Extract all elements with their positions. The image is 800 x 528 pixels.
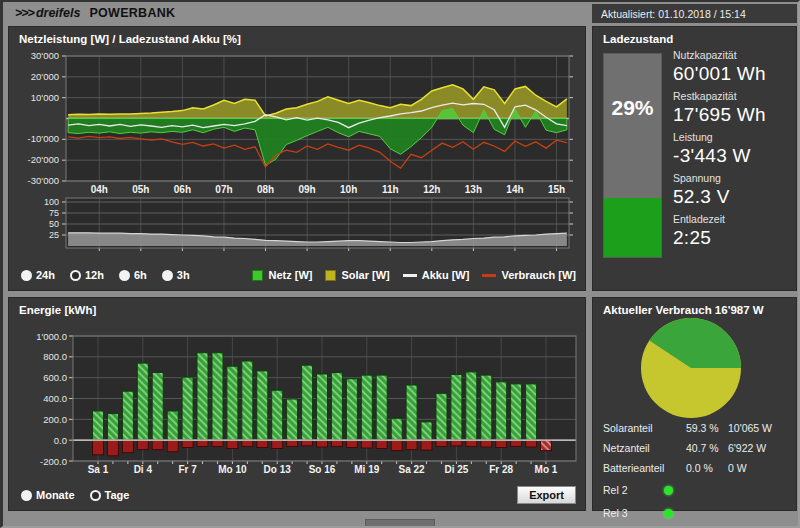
battery-stat-label: Nutzkapazität	[673, 49, 790, 62]
mode-option-monate[interactable]: Monate	[21, 489, 75, 501]
consumption-row: Solaranteil59.3 %10'065 W	[603, 418, 788, 438]
consumption-cpct: 40.7 %	[686, 438, 728, 458]
svg-text:Di 25: Di 25	[444, 464, 468, 475]
radio-label: 24h	[36, 269, 55, 281]
consumption-clabel: Netzanteil	[603, 438, 686, 458]
radio-icon[interactable]	[119, 270, 130, 281]
legend-label: Verbrauch [W]	[501, 269, 576, 281]
brand-chevrons-icon: >>>	[15, 6, 34, 20]
svg-text:06h: 06h	[174, 184, 191, 195]
svg-text:30'000: 30'000	[31, 50, 59, 61]
bottom-handle	[365, 519, 435, 528]
battery-gauge: 29%	[603, 53, 662, 258]
svg-text:Mo 1: Mo 1	[535, 464, 558, 475]
svg-text:50: 50	[49, 219, 59, 229]
radio-icon[interactable]	[162, 270, 173, 281]
battery-stat-label: Restkapazität	[673, 90, 790, 103]
legend-swatch-icon	[403, 274, 417, 277]
legend-item-netz: Netz [W]	[252, 269, 312, 281]
legend-item-verbrauch: Verbrauch [W]	[482, 269, 576, 281]
battery-stat: Restkapazität17'695 Wh	[673, 90, 790, 126]
battery-stats: Nutzkapazität60'001 WhRestkapazität17'69…	[673, 49, 790, 254]
consumption-cpct: 0.0 %	[686, 458, 728, 478]
svg-text:20'000: 20'000	[31, 71, 59, 82]
power-and-soc-chart: 04h05h06h07h08h09h10h11h12h13h14h15h30'0…	[9, 27, 587, 259]
svg-text:25: 25	[49, 230, 59, 240]
relay-label: Rel 2	[603, 484, 628, 496]
svg-text:600.0: 600.0	[43, 372, 67, 383]
svg-text:14h: 14h	[506, 184, 523, 195]
battery-stat-label: Entladezeit	[673, 213, 790, 226]
radio-label: 3h	[177, 269, 190, 281]
range-option-3h[interactable]: 3h	[162, 269, 190, 281]
radio-label: 12h	[85, 269, 104, 281]
radio-icon[interactable]	[70, 270, 81, 281]
relay-status-icon	[664, 486, 673, 495]
battery-stat-label: Leistung	[673, 131, 790, 144]
svg-text:200.0: 200.0	[43, 414, 67, 425]
svg-text:07h: 07h	[215, 184, 232, 195]
svg-text:10h: 10h	[340, 184, 357, 195]
svg-text:-30'000: -30'000	[28, 175, 59, 186]
consumption-row: Netzanteil40.7 %6'922 W	[603, 438, 788, 458]
svg-text:So 16: So 16	[309, 464, 336, 475]
energy-chart: 1'000.0800.0600.0400.0200.00.0-200.0Sa 1…	[9, 298, 587, 480]
radio-icon[interactable]	[21, 270, 32, 281]
export-button[interactable]: Export	[517, 486, 576, 504]
battery-stat-value: -3'443 W	[673, 144, 790, 167]
svg-text:08h: 08h	[257, 184, 274, 195]
radio-icon[interactable]	[21, 490, 32, 501]
svg-text:Do 13: Do 13	[264, 464, 292, 475]
consumption-cwatts: 10'065 W	[728, 418, 772, 438]
radio-icon[interactable]	[90, 490, 101, 501]
svg-text:15h: 15h	[548, 184, 565, 195]
updated-timestamp: Aktualisiert: 01.10.2018 / 15:14	[592, 4, 797, 23]
consumption-cpct: 59.3 %	[686, 418, 728, 438]
svg-text:Mi 19: Mi 19	[354, 464, 379, 475]
consumption-cwatts: 6'922 W	[728, 438, 766, 458]
relay-label: Rel 3	[603, 507, 628, 519]
legend-label: Netz [W]	[268, 269, 312, 281]
power-chart-legend: Netz [W]Solar [W]Akku [W]Verbrauch [W]	[252, 269, 576, 281]
consumption-panel: Aktueller Verbrauch 16'987 W Solaranteil…	[592, 297, 797, 511]
power-panel-footer: 24h12h6h3h Netz [W]Solar [W]Akku [W]Verb…	[21, 265, 576, 285]
svg-text:Fr 28: Fr 28	[489, 464, 513, 475]
legend-item-solar: Solar [W]	[325, 269, 389, 281]
energy-panel-footer: MonateTage Export	[21, 485, 576, 505]
brand-logo: >>>dreifelsPOWERBANK	[15, 6, 175, 20]
svg-text:Sa 22: Sa 22	[399, 464, 426, 475]
svg-text:75: 75	[49, 208, 59, 218]
energy-panel: Energie [kWh] 1'000.0800.0600.0400.0200.…	[8, 297, 586, 511]
svg-text:Di 4: Di 4	[134, 464, 153, 475]
mode-option-tage[interactable]: Tage	[90, 489, 130, 501]
relay-row-rel2: Rel 2	[603, 479, 788, 501]
legend-swatch-icon	[482, 274, 496, 277]
battery-stat: Entladezeit2:25	[673, 213, 790, 249]
mode-radio-group: MonateTage	[21, 489, 129, 501]
legend-swatch-icon	[325, 270, 336, 281]
brand-product: POWERBANK	[89, 6, 175, 20]
battery-stat: Nutzkapazität60'001 Wh	[673, 49, 790, 85]
svg-text:-20'000: -20'000	[28, 154, 59, 165]
battery-stat-value: 60'001 Wh	[673, 62, 790, 85]
consumption-panel-title: Aktueller Verbrauch 16'987 W	[603, 304, 764, 316]
svg-text:800.0: 800.0	[43, 351, 67, 362]
radio-label: 6h	[134, 269, 147, 281]
battery-stat-value: 52.3 V	[673, 185, 790, 208]
battery-stat: Leistung-3'443 W	[673, 131, 790, 167]
radio-label: Monate	[36, 489, 75, 501]
range-option-6h[interactable]: 6h	[119, 269, 147, 281]
consumption-pie-chart	[637, 316, 745, 420]
svg-text:-10'000: -10'000	[28, 133, 59, 144]
powerbank-dashboard: >>>dreifelsPOWERBANK Aktualisiert: 01.10…	[0, 0, 800, 528]
svg-text:1'000.0: 1'000.0	[36, 331, 67, 342]
svg-text:13h: 13h	[465, 184, 482, 195]
battery-gauge-fill	[604, 198, 661, 257]
range-option-24h[interactable]: 24h	[21, 269, 55, 281]
svg-text:Fr 7: Fr 7	[178, 464, 197, 475]
svg-text:11h: 11h	[382, 184, 399, 195]
svg-text:Sa 1: Sa 1	[88, 464, 109, 475]
battery-stat-value: 2:25	[673, 226, 790, 249]
svg-text:Mo 10: Mo 10	[218, 464, 247, 475]
range-option-12h[interactable]: 12h	[70, 269, 104, 281]
